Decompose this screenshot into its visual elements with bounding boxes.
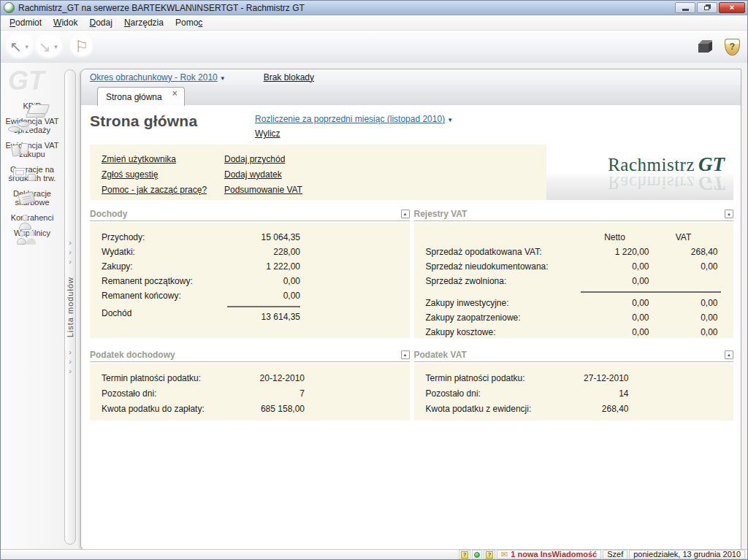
lock-status-link[interactable]: Brak blokady	[264, 72, 314, 83]
section-title: Podatek VAT	[414, 350, 467, 360]
calculate-link[interactable]: Wylicz	[255, 129, 280, 139]
status-user: Szef	[603, 550, 627, 559]
table-row: Przychody:15 064,35	[102, 230, 402, 245]
question-icon: ?	[486, 551, 493, 559]
period-bar: Okres obrachunkowy - Rok 2010▼ Brak blok…	[81, 69, 741, 85]
table-row: Sprzedaż nieudokumentowana:0,000,00	[426, 259, 727, 274]
section-title: Dochody	[90, 209, 127, 219]
sidebar-item-kontrahenci[interactable]: Kontrahenci	[1, 210, 64, 225]
menu-widok[interactable]: Widok	[47, 16, 83, 29]
menu-podmiot[interactable]: Podmiot	[4, 16, 47, 29]
section-popout-button[interactable]: ▲	[725, 210, 733, 218]
add-income-link[interactable]: Dodaj przychód	[224, 154, 302, 164]
main-area: Okres obrachunkowy - Rok 2010▼ Brak blok…	[77, 63, 747, 549]
window-title: Rachmistrz_GT na serwerze BARTEKWLAN\INS…	[18, 3, 675, 13]
chevron-group: › › ›	[69, 348, 72, 376]
status-connection-indicator[interactable]	[472, 550, 482, 559]
minimize-button[interactable]	[675, 2, 695, 13]
section-rejestry-vat: Rejestry VAT ▲ NettoVAT Sprzedaż opodatk…	[414, 209, 734, 338]
table-row: Termin płatności podatku:20-12-2010	[102, 371, 402, 386]
menu-bar: Podmiot Widok Dodaj Narzędzia Pomoc	[1, 15, 747, 31]
sidebar-item-kpir[interactable]: KPiR	[1, 98, 64, 113]
title-bar: Rachmistrz_GT na serwerze BARTEKWLAN\INS…	[1, 1, 747, 15]
chevron-right-icon: ›	[69, 248, 72, 257]
restore-icon	[704, 6, 709, 10]
section-title: Podatek dochodowy	[90, 350, 175, 360]
menu-dodaj[interactable]: Dodaj	[83, 16, 118, 29]
table-row: Kwota podatku z ewidencji:268,40	[426, 402, 727, 417]
status-help-button-2[interactable]: ?	[484, 550, 495, 559]
settlement-period-dropdown-link[interactable]: Rozliczenie za poprzedni miesiąc (listop…	[255, 114, 453, 124]
rachmistrz-gt-app-icon	[4, 2, 15, 13]
status-message[interactable]: ✉ 1 nowa InsWiadomość	[497, 550, 601, 559]
column-header-row: NettoVAT	[426, 230, 727, 245]
group-separator	[581, 291, 721, 293]
logo-reflection: RachmistrzGT	[546, 172, 725, 194]
tab-close-icon[interactable]: ×	[172, 88, 178, 99]
modules-list-collapsed-panel[interactable]: › › › Lista modułów › › ›	[64, 69, 76, 545]
section-popout-button[interactable]: ▲	[401, 210, 410, 218]
accounting-period-link[interactable]: Okres obrachunkowy - Rok 2010▼	[90, 72, 226, 83]
page-title: Strona główna	[90, 112, 255, 139]
menu-pomoc[interactable]: Pomoc	[169, 16, 208, 29]
status-bar: ? ? ✉ 1 nowa InsWiadomość Szef poniedzia…	[1, 549, 747, 559]
chevron-right-icon: ›	[69, 348, 72, 357]
table-row: Remanent początkowy:0,00	[102, 274, 402, 288]
sidebar-item-ewidencja-vat-zakupu[interactable]: Ewidencja VAT zakupu	[1, 137, 64, 161]
chevron-group: › › ›	[69, 238, 72, 266]
help-shield-button[interactable]: ?	[725, 39, 740, 55]
chevron-right-icon: ›	[69, 238, 72, 248]
table-row: Kwota podatku do zapłaty:685 158,00	[102, 402, 402, 417]
sidebar-item-operacje-srodki-trwale[interactable]: Operacje na środkach trw.	[1, 161, 64, 185]
question-icon: ?	[461, 551, 468, 559]
forward-button[interactable]: ↘ ▼	[34, 34, 64, 60]
table-row: Zakupy:1 222,00	[102, 259, 402, 274]
table-row: Pozostało dni:7	[102, 386, 402, 402]
table-row: Sprzedaż zwolniona:0,00	[426, 274, 727, 288]
section-dochody: Dochody ▲ Przychody:15 064,35 Wydatki:22…	[90, 209, 410, 338]
add-expense-link[interactable]: Dodaj wydatek	[224, 169, 302, 180]
tab-strona-glowna[interactable]: Strona główna ×	[97, 87, 185, 106]
section-popout-button[interactable]: ▲	[725, 350, 733, 359]
change-user-link[interactable]: Zmień użytkownika	[102, 154, 224, 164]
toolbar: ↖ ▼ ↘ ▼ ⚐ ?	[1, 31, 747, 63]
modules-list-label: Lista modułów	[66, 277, 75, 337]
chevron-right-icon: ›	[69, 257, 72, 266]
vat-summary-link[interactable]: Podsumowanie VAT	[224, 185, 302, 195]
back-button[interactable]: ↖ ▼	[5, 34, 34, 60]
envelope-icon: ✉	[501, 551, 508, 559]
status-date: poniedziałek, 13 grudnia 2010	[629, 550, 745, 559]
tab-label: Strona główna	[106, 92, 162, 102]
help-getting-started-link[interactable]: Pomoc - jak zacząć pracę?	[102, 185, 224, 195]
table-row: Termin płatności podatku:27-12-2010	[426, 371, 727, 386]
sidebar-item-label: Kontrahenci	[11, 213, 54, 222]
app-window: Rachmistrz_GT na serwerze BARTEKWLAN\INS…	[0, 0, 748, 560]
section-title: Rejestry VAT	[414, 209, 468, 219]
back-arrow-icon: ↖	[9, 39, 22, 54]
sidebar-item-wspolnicy[interactable]: Wspólnicy	[1, 225, 64, 240]
rachmistrz-gt-logo: RachmistrzGT RachmistrzGT	[546, 145, 733, 200]
chevron-right-icon: ›	[69, 357, 72, 367]
flag-button[interactable]: ⚐	[70, 34, 93, 60]
menu-narzedzia[interactable]: Narzędzia	[118, 16, 169, 29]
sidebar-item-deklaracje-skarbowe[interactable]: Deklaracje skarbowe	[1, 185, 64, 210]
module-sidebar: GT KPiR Ewidencja VAT sprzedaży Ewidencj…	[1, 63, 64, 549]
table-row: Remanent końcowy:0,00	[102, 288, 402, 303]
close-button[interactable]: ×	[719, 2, 745, 13]
forward-dropdown-icon[interactable]: ▼	[53, 44, 58, 50]
insert-cube-button[interactable]	[698, 39, 714, 55]
main-panel: Okres obrachunkowy - Rok 2010▼ Brak blok…	[80, 69, 741, 551]
total-row: Dochód13 614,35	[102, 306, 402, 324]
chevron-right-icon: ›	[69, 367, 72, 376]
column-header-netto: Netto	[581, 230, 649, 245]
section-popout-button[interactable]: ▲	[401, 350, 410, 359]
flag-icon: ⚐	[75, 38, 88, 55]
restore-button[interactable]	[697, 2, 717, 13]
column-header-vat: VAT	[649, 230, 718, 245]
table-row: Sprzedaż opodatkowana VAT:1 220,00268,40	[426, 245, 727, 259]
tab-strip: Strona główna ×	[81, 85, 741, 105]
status-help-button-1[interactable]: ?	[459, 550, 470, 559]
suggest-link[interactable]: Zgłoś sugestię	[102, 169, 224, 180]
table-row: Zakupy inwestycyjne:0,000,00	[426, 296, 727, 310]
back-dropdown-icon[interactable]: ▼	[24, 44, 30, 50]
